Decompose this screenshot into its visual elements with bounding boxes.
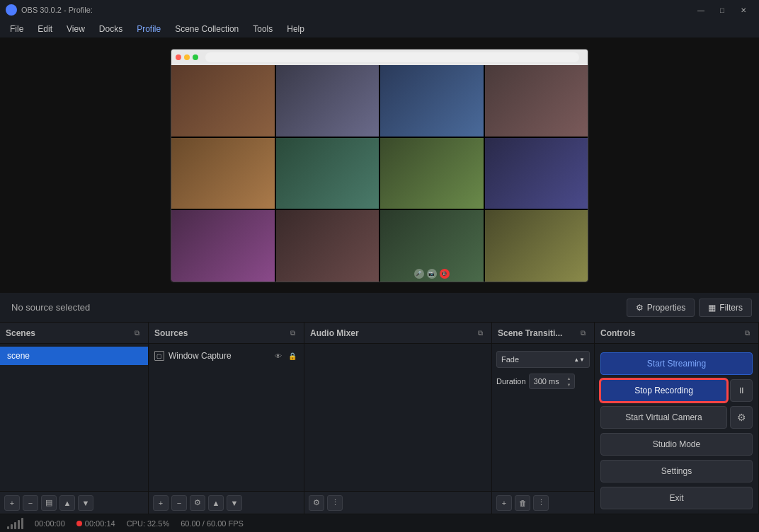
- mixer-panel-title: Audio Mixer: [310, 328, 359, 338]
- mixer-settings-button[interactable]: ⚙: [309, 495, 324, 511]
- start-streaming-button[interactable]: Start Streaming: [600, 352, 753, 375]
- start-virtual-camera-button[interactable]: Start Virtual Camera: [600, 406, 727, 429]
- browser-close-dot: [176, 54, 181, 60]
- settings-button[interactable]: Settings: [600, 460, 753, 482]
- scenes-float-button[interactable]: ⧉: [131, 328, 142, 339]
- browser-max-dot: [193, 54, 198, 60]
- mixer-menu-button[interactable]: ⋮: [327, 495, 343, 511]
- duration-spinners: ▲ ▼: [566, 376, 573, 388]
- pause-recording-button[interactable]: ⏸: [730, 379, 753, 402]
- remove-transition-button[interactable]: 🗑: [515, 495, 530, 511]
- add-transition-button[interactable]: +: [496, 495, 512, 511]
- scene-filter-button[interactable]: ▤: [41, 495, 57, 511]
- menu-view[interactable]: View: [59, 22, 92, 36]
- source-item-window-capture[interactable]: ▢ Window Capture 👁 🔒: [149, 347, 304, 365]
- transitions-panel-header: Scene Transiti... ⧉: [492, 323, 594, 344]
- scenes-footer: + − ▤ ▲ ▼: [0, 491, 148, 514]
- menu-docks[interactable]: Docks: [92, 22, 130, 36]
- source-lock-button[interactable]: 🔒: [287, 350, 298, 362]
- menu-scene-collection[interactable]: Scene Collection: [168, 22, 246, 36]
- bar-5: [21, 518, 23, 529]
- duration-down-button[interactable]: ▼: [566, 382, 573, 388]
- transitions-content: Fade ▲▼ Duration 300 ms ▲ ▼: [492, 344, 594, 491]
- transition-select[interactable]: Fade ▲▼: [496, 351, 590, 368]
- video-inner-2: [276, 65, 380, 137]
- studio-mode-button[interactable]: Studio Mode: [600, 433, 753, 456]
- bar-2: [11, 524, 13, 529]
- source-up-button[interactable]: ▲: [208, 495, 224, 511]
- no-source-bar: No source selected ⚙ Properties ▦ Filter…: [0, 293, 759, 323]
- duration-input[interactable]: 300 ms ▲ ▼: [529, 374, 575, 389]
- mixer-footer: ⚙ ⋮: [304, 491, 491, 514]
- minimize-button[interactable]: —: [691, 3, 711, 17]
- signal-bars: [7, 518, 23, 529]
- call-controls: 🎤 📷 📵: [380, 269, 484, 279]
- close-button[interactable]: ✕: [734, 3, 753, 17]
- end-btn[interactable]: 📵: [440, 269, 450, 279]
- duration-row: Duration 300 ms ▲ ▼: [492, 371, 594, 392]
- statusbar: 00:00:00 00:00:14 CPU: 32.5% 60.00 / 60.…: [0, 514, 759, 532]
- duration-up-button[interactable]: ▲: [566, 376, 573, 381]
- add-source-button[interactable]: +: [153, 495, 169, 511]
- remove-source-button[interactable]: −: [171, 495, 187, 511]
- scene-down-button[interactable]: ▼: [78, 495, 93, 511]
- gear-icon: ⚙: [636, 303, 644, 313]
- transition-menu-button[interactable]: ⋮: [533, 495, 549, 511]
- controls-panel-header: Controls ⧉: [595, 323, 758, 344]
- controls-float-button[interactable]: ⧉: [741, 328, 753, 339]
- titlebar: OBS 30.0.2 - Profile: — □ ✕: [0, 0, 759, 20]
- video-cell-10: [276, 210, 380, 282]
- cpu-text: CPU: 32.5%: [127, 519, 170, 528]
- bar-1: [7, 526, 9, 529]
- maximize-button[interactable]: □: [712, 3, 732, 17]
- browser-url-bar: [205, 52, 579, 62]
- transitions-float-button[interactable]: ⧉: [577, 328, 588, 339]
- video-inner-11: 🎤 📷 📵: [380, 210, 484, 282]
- sources-panel: Sources ⧉ ▢ Window Capture 👁 🔒 + − ⚙ ▲ ▼: [149, 323, 304, 514]
- fps-indicator: 60.00 / 60.00 FPS: [181, 519, 244, 528]
- menu-file[interactable]: File: [3, 22, 30, 36]
- video-inner-10: [276, 210, 380, 282]
- virtual-cam-row: Start Virtual Camera ⚙: [600, 406, 753, 429]
- transitions-footer: + 🗑 ⋮: [492, 491, 594, 514]
- scenes-panel: Scenes ⧉ scene + − ▤ ▲ ▼: [0, 323, 149, 514]
- video-inner-4: [485, 65, 588, 137]
- exit-button[interactable]: Exit: [600, 487, 753, 509]
- no-source-text: No source selected: [7, 302, 94, 313]
- stop-recording-button[interactable]: Stop Recording: [600, 379, 727, 402]
- menu-profile[interactable]: Profile: [130, 22, 168, 36]
- menu-help[interactable]: Help: [280, 22, 312, 36]
- video-cell-8: [485, 138, 588, 209]
- source-properties-button[interactable]: ⚙: [190, 495, 205, 511]
- mixer-float-button[interactable]: ⧉: [474, 328, 486, 339]
- source-visibility-button[interactable]: 👁: [273, 350, 284, 362]
- source-controls: 👁 🔒: [273, 350, 298, 362]
- preview-window: 🎤 📷 📵: [171, 49, 588, 282]
- sources-list: ▢ Window Capture 👁 🔒: [149, 344, 304, 491]
- stream-time: 00:00:00: [35, 519, 65, 528]
- add-scene-button[interactable]: +: [4, 495, 20, 511]
- source-down-button[interactable]: ▼: [227, 495, 242, 511]
- transitions-panel-title: Scene Transiti...: [498, 328, 562, 338]
- menu-edit[interactable]: Edit: [30, 22, 59, 36]
- browser-titlebar: [171, 50, 588, 65]
- mic-btn[interactable]: 🎤: [414, 269, 424, 279]
- remove-scene-button[interactable]: −: [23, 495, 38, 511]
- video-cell-7: [380, 138, 484, 209]
- virtual-camera-settings-button[interactable]: ⚙: [730, 406, 753, 429]
- browser-min-dot: [184, 54, 190, 60]
- cam-btn[interactable]: 📷: [427, 269, 437, 279]
- menu-tools[interactable]: Tools: [246, 22, 280, 36]
- filters-tab[interactable]: ▦ Filters: [699, 299, 752, 317]
- video-cell-4: [485, 65, 588, 137]
- scene-up-button[interactable]: ▲: [59, 495, 75, 511]
- scenes-panel-header: Scenes ⧉: [0, 323, 148, 344]
- dropdown-arrow-icon: ▲▼: [573, 357, 585, 363]
- properties-tab[interactable]: ⚙ Properties: [627, 299, 695, 317]
- video-inner-7: [380, 138, 484, 209]
- sources-float-button[interactable]: ⧉: [287, 328, 298, 339]
- video-inner-1: [171, 65, 275, 137]
- scene-item-scene[interactable]: scene: [0, 347, 148, 365]
- scenes-panel-title: Scenes: [6, 328, 35, 338]
- video-cell-6: [276, 138, 380, 209]
